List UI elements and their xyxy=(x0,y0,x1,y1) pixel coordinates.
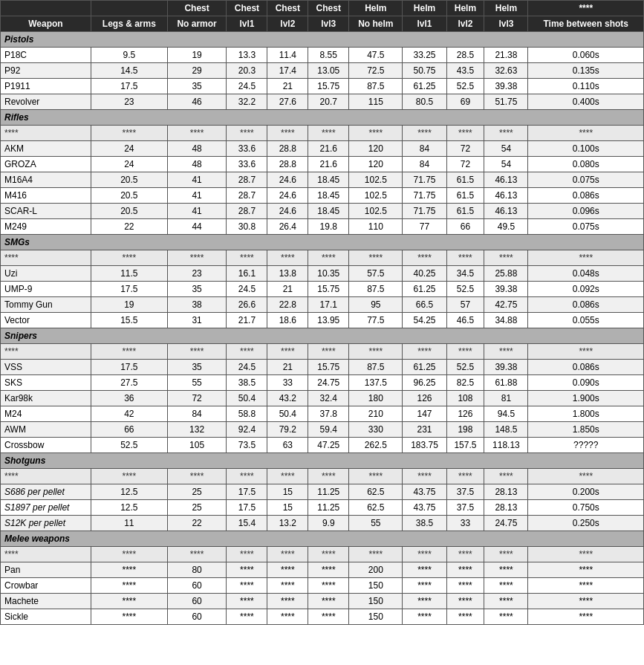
table-row: Snipers xyxy=(1,328,644,344)
data-cell: 150 xyxy=(349,609,403,625)
data-cell: 9.5 xyxy=(91,48,167,63)
data-cell: 43.75 xyxy=(403,484,446,500)
data-cell: 15.4 xyxy=(227,516,267,531)
data-cell: 19 xyxy=(91,297,167,313)
star-cell: **** xyxy=(349,344,403,360)
col-lvl3-subheader: lvl3 xyxy=(308,16,349,32)
data-cell: 94.5 xyxy=(484,406,528,422)
star-cell: **** xyxy=(403,126,446,141)
data-cell: 19.8 xyxy=(308,219,349,235)
data-cell: 0.075s xyxy=(528,219,644,235)
data-cell: 24.6 xyxy=(267,204,308,219)
data-cell: 108 xyxy=(446,391,484,406)
data-cell: 49.5 xyxy=(484,219,528,235)
data-cell: 24 xyxy=(91,141,167,157)
data-cell: 13.95 xyxy=(308,313,349,328)
data-cell: 43.5 xyxy=(446,63,484,79)
data-cell: 80.5 xyxy=(403,94,446,110)
data-cell: 32.4 xyxy=(308,391,349,406)
data-cell: **** xyxy=(484,578,528,594)
col-lvl2-subheader: lvl2 xyxy=(267,16,308,32)
data-cell: 21.38 xyxy=(484,48,528,63)
data-cell: **** xyxy=(267,578,308,594)
data-cell: 0.060s xyxy=(528,48,644,63)
data-cell: 77 xyxy=(403,219,446,235)
weapon-name: SCAR-L xyxy=(1,204,91,219)
data-cell: 84 xyxy=(403,157,446,172)
star-cell: **** xyxy=(91,250,167,266)
data-cell: 23 xyxy=(91,94,167,110)
data-cell: 36 xyxy=(91,391,167,406)
star-cell: **** xyxy=(446,469,484,484)
data-cell: 72 xyxy=(167,391,227,406)
data-cell: 0.048s xyxy=(528,266,644,282)
star-cell: **** xyxy=(308,547,349,562)
data-cell: 35 xyxy=(167,282,227,297)
col-nohelm-subheader: No helm xyxy=(349,16,403,32)
star-cell: **** xyxy=(91,344,167,360)
data-cell: 28.8 xyxy=(267,157,308,172)
table-row: Pan****80************200**************** xyxy=(1,562,644,578)
data-cell: 0.096s xyxy=(528,204,644,219)
table-row: Revolver234632.227.620.711580.56951.750.… xyxy=(1,94,644,110)
data-cell: 62.5 xyxy=(349,484,403,500)
star-cell: **** xyxy=(167,469,227,484)
data-cell: 17.5 xyxy=(227,500,267,516)
star-cell: **** xyxy=(446,344,484,360)
table-row: P18C9.51913.311.48.5547.533.2528.521.380… xyxy=(1,48,644,63)
star-cell: **** xyxy=(227,250,267,266)
data-cell: 61.25 xyxy=(403,79,446,94)
star-cell: **** xyxy=(349,126,403,141)
data-cell: 21 xyxy=(267,360,308,375)
data-cell: 110 xyxy=(349,219,403,235)
table-row: Kar98k367250.443.232.4180126108811.900s xyxy=(1,391,644,406)
data-cell: **** xyxy=(308,562,349,578)
data-cell: 61.5 xyxy=(446,188,484,204)
data-cell: 17.5 xyxy=(227,484,267,500)
col-chest-lvl2-header: Chest xyxy=(267,1,308,16)
data-cell: 95 xyxy=(349,297,403,313)
data-cell: 11.25 xyxy=(308,484,349,500)
col-helm-nohelm-header: Helm xyxy=(349,1,403,16)
data-cell: 54 xyxy=(484,141,528,157)
data-cell: 57.5 xyxy=(349,266,403,282)
data-cell: 61.25 xyxy=(403,360,446,375)
data-cell: 54 xyxy=(484,157,528,172)
data-cell: 20.5 xyxy=(91,172,167,188)
data-cell: 120 xyxy=(349,141,403,157)
data-cell: 39.38 xyxy=(484,360,528,375)
data-cell: **** xyxy=(91,562,167,578)
data-cell: 32.2 xyxy=(227,94,267,110)
weapon-name: UMP-9 xyxy=(1,282,91,297)
data-cell: 37.5 xyxy=(446,500,484,516)
data-cell: 0.100s xyxy=(528,141,644,157)
data-cell: 30.8 xyxy=(227,219,267,235)
data-cell: 157.5 xyxy=(446,438,484,453)
data-cell: 17.5 xyxy=(91,79,167,94)
table-row: SKS27.55538.53324.75137.596.2582.561.880… xyxy=(1,375,644,391)
table-row: Machete****60************150************… xyxy=(1,594,644,609)
data-cell: 0.090s xyxy=(528,375,644,391)
table-row: Crowbar****60************150************… xyxy=(1,578,644,594)
data-cell: 72 xyxy=(446,141,484,157)
data-cell: 41 xyxy=(167,204,227,219)
data-cell: 20.5 xyxy=(91,188,167,204)
star-cell: **** xyxy=(1,126,91,141)
data-cell: 60 xyxy=(167,578,227,594)
data-cell: 0.086s xyxy=(528,360,644,375)
data-cell: 33 xyxy=(267,375,308,391)
data-cell: 8.55 xyxy=(308,48,349,63)
star-cell: **** xyxy=(227,344,267,360)
star-cell: **** xyxy=(484,250,528,266)
table-row: Uzi11.52316.113.810.3557.540.2534.525.88… xyxy=(1,266,644,282)
col-helm-lvl1-header: Helm xyxy=(403,1,446,16)
data-cell: 60 xyxy=(167,594,227,609)
data-cell: 92.4 xyxy=(227,422,267,438)
data-cell: 15 xyxy=(267,484,308,500)
data-cell: 24.75 xyxy=(484,516,528,531)
data-cell: 52.5 xyxy=(446,79,484,94)
data-cell: 34.88 xyxy=(484,313,528,328)
star-cell: **** xyxy=(1,344,91,360)
star-cell: **** xyxy=(1,250,91,266)
data-cell: 37.8 xyxy=(308,406,349,422)
